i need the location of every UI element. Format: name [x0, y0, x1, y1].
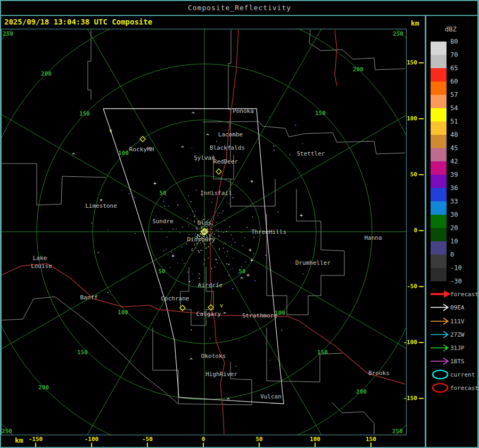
- echo-speckle: [231, 245, 232, 245]
- echo-speckle: [211, 229, 212, 230]
- echo-speckle: [263, 187, 263, 188]
- echo-speckle: [191, 329, 192, 330]
- bottom-axis-unit-label: km: [15, 436, 23, 444]
- echo-speckle-colored: [295, 125, 296, 126]
- echo-speckle: [166, 249, 167, 250]
- right-axis-tick-mark: [419, 342, 424, 343]
- legend-symbol-open: [429, 302, 452, 313]
- colorbar-swatch: [431, 175, 447, 188]
- echo-speckle: [216, 222, 217, 223]
- right-axis-tick-label: 100: [399, 115, 417, 122]
- echo-speckle: [253, 254, 254, 254]
- bottom-axis-tick-label: 50: [247, 436, 271, 443]
- echo-speckle: [189, 234, 189, 235]
- caret-marker: ^: [206, 133, 209, 139]
- legend-label: 111V: [450, 318, 478, 325]
- range-label: 200: [356, 388, 367, 395]
- echo-speckle: [207, 229, 207, 230]
- echo-speckle: [227, 202, 227, 202]
- plus-marker: +: [246, 272, 250, 278]
- city-label-highriver: HighRiver: [205, 371, 237, 378]
- right-axis-tick-mark: [419, 118, 424, 119]
- colorbar-swatch: [431, 188, 447, 201]
- echo-speckle: [199, 252, 200, 252]
- echo-speckle: [222, 221, 223, 221]
- window-title: Composite_Reflectivity: [0, 4, 479, 12]
- echo-speckle: [187, 272, 188, 273]
- radar-map-canvas[interactable]: 2502001501005025020015050100150200250501…: [1, 29, 407, 435]
- echo-speckle-colored: [134, 197, 136, 198]
- echo-speckle: [164, 206, 165, 207]
- caret-marker: ^: [181, 145, 184, 151]
- range-label: 150: [77, 349, 88, 356]
- colorbar-swatch: [431, 228, 447, 241]
- echo-speckle: [170, 267, 170, 268]
- bottom-axis-tick-mark: [147, 443, 148, 447]
- echo-speckle: [183, 226, 183, 227]
- echo-speckle: [226, 263, 227, 264]
- city-label-strathmore: Strathmore: [242, 312, 277, 319]
- echo-speckle: [186, 243, 187, 244]
- echo-speckle: [193, 211, 193, 211]
- echo-speckle: [187, 218, 187, 218]
- echo-speckle: [228, 275, 229, 275]
- echo-speckle: [196, 190, 196, 190]
- echo-speckle: [217, 215, 218, 216]
- city-label-stettler: Stettler: [297, 150, 325, 157]
- echo-speckle: [202, 227, 202, 227]
- echo-speckle: [197, 227, 198, 228]
- colorbar-swatch: [431, 161, 447, 175]
- right-axis-tick-mark: [419, 230, 424, 231]
- echo-speckle: [219, 249, 220, 249]
- range-label: 200: [353, 66, 364, 73]
- right-axis-tick-mark: [419, 398, 424, 399]
- echo-speckle: [211, 233, 212, 234]
- city-label-banff: Banff: [80, 294, 97, 301]
- echo-speckle-colored: [254, 280, 256, 281]
- echo-speckle: [219, 213, 220, 213]
- echo-speckle: [241, 232, 242, 233]
- legend-arrow-dot: [445, 346, 448, 349]
- echo-speckle: [227, 256, 227, 256]
- city-label-rockymh: RockyMH: [129, 146, 154, 153]
- window-border-top: [0, 0, 479, 1]
- echo-speckle: [203, 264, 204, 264]
- echo-speckle: [213, 219, 213, 219]
- echo-speckle: [168, 255, 168, 255]
- echo-speckle: [211, 234, 212, 234]
- echo-speckle: [199, 273, 199, 274]
- echo-speckle: [233, 268, 233, 269]
- echo-speckle: [196, 248, 196, 248]
- echo-speckle: [177, 205, 178, 205]
- echo-speckle: [228, 264, 229, 265]
- echo-speckle: [236, 184, 237, 185]
- bottom-axis-tick-mark: [203, 443, 204, 447]
- echo-speckle: [195, 233, 196, 233]
- echo-speckle: [204, 214, 204, 215]
- echo-speckle: [223, 232, 224, 233]
- range-label: 100: [118, 309, 128, 316]
- echo-speckle: [277, 212, 278, 213]
- echo-speckle: [174, 229, 174, 230]
- right-axis-tick-label: 50: [399, 171, 417, 178]
- range-label: 200: [41, 70, 52, 77]
- echo-speckle: [226, 231, 227, 232]
- asterisk-marker: *: [250, 180, 253, 185]
- echo-speckle-colored: [168, 206, 169, 207]
- titlebar-divider: [0, 15, 479, 16]
- right-axis-tick-label: 150: [399, 59, 417, 66]
- echo-speckle: [135, 233, 135, 234]
- bottom-axis-tick-mark: [91, 443, 92, 447]
- echo-speckle: [196, 243, 197, 244]
- colorbar-swatch: [431, 121, 447, 135]
- bottom-axis-tick-label: -50: [136, 436, 159, 443]
- echo-speckle: [208, 247, 209, 247]
- caret-marker: ^: [223, 312, 226, 317]
- right-axis-tick-label: -50: [399, 283, 417, 290]
- colorbar-value-label: 65: [450, 64, 472, 72]
- echo-speckle: [189, 281, 190, 282]
- echo-speckle: [203, 231, 204, 232]
- legend-ellipse: [433, 370, 448, 379]
- city-label-ponoka: Ponoka: [233, 108, 254, 115]
- echo-speckle: [214, 267, 215, 267]
